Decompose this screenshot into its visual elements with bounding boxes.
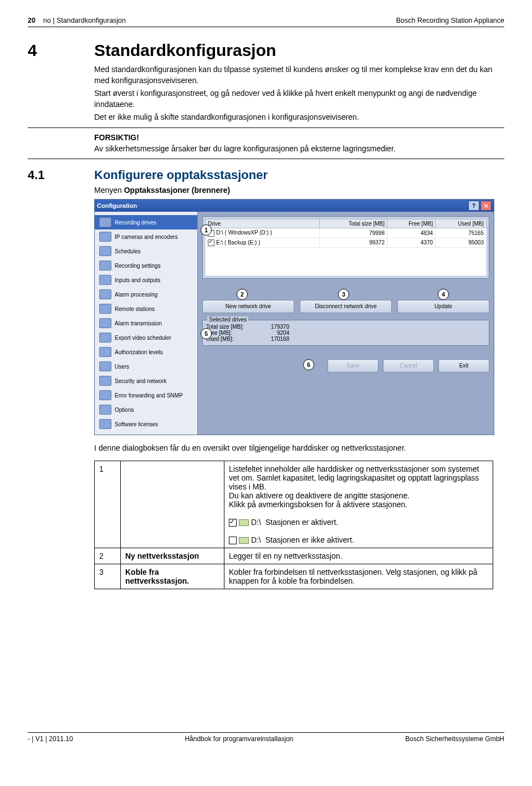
sidebar-item-recording-settings[interactable]: Recording settings: [95, 258, 197, 273]
exit-button[interactable]: Exit: [438, 359, 489, 372]
remote-icon: [99, 304, 111, 314]
legend-desc: Listefeltet inneholder alle harddisker o…: [224, 461, 493, 548]
summary-used: 170168: [256, 336, 289, 342]
menu-name: Opptaksstasjoner (brennere): [124, 186, 230, 195]
sidebar-item-inputs-outputs[interactable]: Inputs and outputs: [95, 273, 197, 287]
callout-6: 6: [303, 359, 314, 370]
callout-4: 4: [438, 289, 449, 300]
legend-num: 2: [95, 548, 121, 564]
error-icon: [99, 390, 111, 400]
col-used[interactable]: Used [MB]: [436, 220, 487, 228]
configuration-window: Configuration ? ✕ Recording drives IP ca…: [94, 199, 494, 435]
divider: [28, 159, 504, 159]
legend-desc: Legger til en ny nettverksstasjon.: [224, 548, 493, 564]
legend-label: Koble fra nettverksstasjon.: [121, 564, 224, 589]
options-icon: [99, 405, 111, 415]
legend-table: 1 Listefeltet inneholder alle harddisker…: [94, 461, 493, 590]
legend-num: 1: [95, 461, 121, 548]
sidebar-item-authorization[interactable]: Authorization levels: [95, 345, 197, 359]
caution-text: Av sikkerhetsmessige årsaker bør du lagr…: [94, 144, 396, 153]
sidebar-item-export-scheduler[interactable]: Export video scheduler: [95, 330, 197, 345]
cancel-button[interactable]: Cancel: [383, 359, 434, 372]
divider: [28, 127, 504, 128]
sidebar-item-ip-cameras[interactable]: IP cameras and encoders: [95, 229, 197, 244]
checkbox-unchecked-icon: [229, 537, 237, 544]
col-total[interactable]: Total size [MB]: [319, 220, 387, 228]
section-title: Standardkonfigurasjon: [94, 41, 276, 60]
export-icon: [99, 333, 111, 343]
auth-icon: [99, 347, 111, 357]
menu-prefix: Menyen: [94, 186, 124, 195]
transmission-icon: [99, 318, 111, 328]
sidebar-item-schedules[interactable]: Schedules: [95, 244, 197, 258]
footer-center: Håndbok for programvareinstallasjon: [185, 735, 293, 743]
summary-total: 179370: [256, 324, 289, 330]
help-button[interactable]: ?: [468, 201, 479, 211]
col-free[interactable]: Free [MB]: [387, 220, 435, 228]
legend-desc: Kobler fra forbindelsen til nettverkssta…: [224, 564, 493, 589]
section-para-2: Start øverst i konfigurasjonstreet, og g…: [94, 88, 504, 110]
drive-icon: [99, 217, 111, 227]
sidebar-item-error-snmp[interactable]: Error forwarding and SNMP: [95, 388, 197, 402]
header-lang: no: [43, 17, 51, 24]
sidebar-item-users[interactable]: Users: [95, 359, 197, 374]
sidebar-item-recording-drives[interactable]: Recording drives: [95, 215, 197, 229]
sidebar-item-alarm-processing[interactable]: Alarm processing: [95, 287, 197, 302]
sidebar-item-alarm-transmission[interactable]: Alarm transmission: [95, 316, 197, 330]
update-button[interactable]: Update: [397, 300, 489, 313]
drive-list-empty-area: [205, 248, 487, 276]
sidebar-item-remote-stations[interactable]: Remote stations: [95, 302, 197, 316]
drive-row[interactable]: E:\ ( Backup (E:) ) 99372 4370 95003: [206, 238, 487, 247]
settings-icon: [99, 261, 111, 270]
callout-5: 5: [201, 328, 212, 339]
checkbox-checked-icon: [229, 519, 237, 527]
config-sidebar: Recording drives IP cameras and encoders…: [95, 212, 198, 435]
drive-table: Drive Total size [MB] Free [MB] Used [MB…: [205, 219, 487, 248]
footer-right: Bosch Sicherheitssysteme GmbH: [405, 735, 504, 743]
sidebar-item-licenses[interactable]: Software licenses: [95, 417, 197, 431]
col-drive[interactable]: Drive: [206, 220, 320, 228]
header-product: Bosch Recording Station Appliance: [396, 17, 504, 24]
sidebar-item-security-network[interactable]: Security and network: [95, 374, 197, 388]
legend-label: [121, 461, 224, 548]
alarm-icon: [99, 289, 111, 299]
summary-title: Selected drives: [207, 317, 248, 323]
section-number: 4: [28, 41, 94, 60]
drive-icon: [239, 537, 249, 544]
sidebar-item-options[interactable]: Options: [95, 402, 197, 417]
callout-2: 2: [237, 289, 248, 300]
security-icon: [99, 376, 111, 386]
legend-num: 3: [95, 564, 121, 589]
main-pane: 1 Drive Total size [MB] Free [MB] Used […: [198, 212, 494, 435]
caution-heading: FORSIKTIG!: [94, 133, 139, 142]
summary-free: 9204: [256, 330, 289, 336]
license-icon: [99, 419, 111, 429]
section-para-1: Med standardkonfigurasjonen kan du tilpa…: [94, 64, 504, 86]
disconnect-drive-button[interactable]: Disconnect network drive: [300, 300, 392, 313]
section-para-3: Det er ikke mulig å skifte standardkonfi…: [94, 112, 504, 123]
selected-drives-panel: 5 Selected drives Total size [MB]:179370…: [202, 320, 489, 346]
drive-icon: [239, 519, 249, 526]
subsection-number: 4.1: [28, 168, 94, 182]
drive-row[interactable]: D:\ ( WindowsXP (D:) ) 79998 4834 75165: [206, 228, 487, 238]
legend-label: Ny nettverksstasjon: [121, 548, 224, 564]
window-title: Configuration: [97, 202, 137, 209]
header-section: Standardkonfigurasjon: [57, 17, 126, 24]
subsection-title: Konfigurere opptaksstasjoner: [94, 168, 268, 182]
users-icon: [99, 361, 111, 371]
callout-3: 3: [338, 289, 349, 300]
dialog-intro: I denne dialogboksen får du en oversikt …: [94, 443, 504, 454]
save-button[interactable]: Save: [328, 359, 378, 372]
schedule-icon: [99, 246, 111, 256]
drive-checkbox[interactable]: [208, 239, 214, 246]
camera-icon: [99, 232, 111, 242]
io-icon: [99, 275, 111, 285]
new-network-drive-button[interactable]: New network drive: [202, 300, 294, 313]
page-footer: - | V1 | 2011.10 Håndbok for programvare…: [28, 732, 504, 743]
page-number: 20: [28, 17, 35, 24]
window-titlebar[interactable]: Configuration ? ✕: [95, 200, 494, 212]
page-header: 20 no | Standardkonfigurasjon Bosch Reco…: [28, 17, 504, 27]
close-button[interactable]: ✕: [480, 201, 492, 211]
drive-list-panel: 1 Drive Total size [MB] Free [MB] Used […: [202, 216, 489, 279]
